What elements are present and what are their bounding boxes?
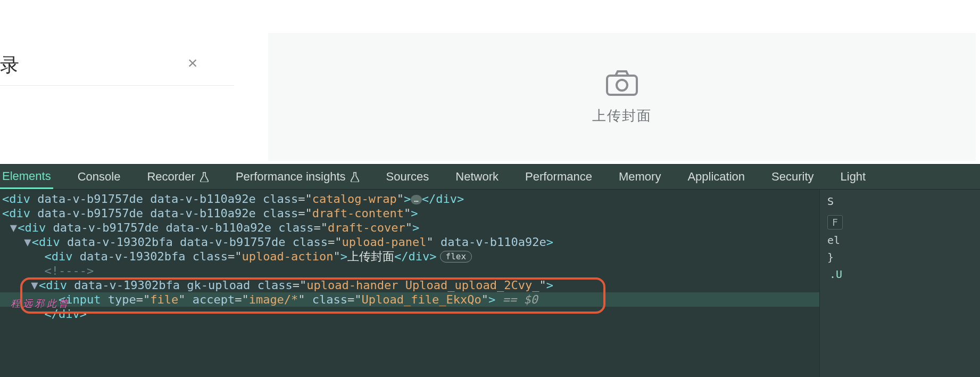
styles-sidebar[interactable]: S F el } .U xyxy=(819,190,980,377)
upload-cover-panel[interactable]: 上传封面 xyxy=(268,33,976,161)
divider xyxy=(0,85,234,86)
dom-line[interactable]: ▼<div data-v-19302bfa gk-upload class="u… xyxy=(0,278,819,292)
dom-line[interactable]: <div data-v-b91757de data-v-b110a92e cla… xyxy=(0,206,819,220)
dom-line[interactable]: ▼<div data-v-19302bfa data-v-b91757de cl… xyxy=(0,235,819,249)
dom-line-selected[interactable]: <input type="file" accept="image/*" clas… xyxy=(0,292,819,307)
modal-fragment: 录 × xyxy=(0,0,234,85)
dom-line[interactable]: <div data-v-b91757de data-v-b110a92e cla… xyxy=(0,192,819,206)
svg-point-1 xyxy=(617,80,627,91)
tab-application[interactable]: Application xyxy=(685,165,747,189)
upload-cover-label: 上传封面 xyxy=(592,106,652,125)
dom-line[interactable]: <div data-v-19302bfa class="upload-actio… xyxy=(0,249,819,264)
tab-performance[interactable]: Performance xyxy=(523,165,594,189)
tab-elements[interactable]: Elements xyxy=(0,165,53,189)
dom-line[interactable]: ▼<div data-v-b91757de data-v-b110a92e cl… xyxy=(0,220,819,235)
modal-title: 录 xyxy=(0,52,19,78)
tab-lighthouse[interactable]: Light xyxy=(838,165,868,189)
disclosure-triangle-icon[interactable]: ▼ xyxy=(9,220,18,235)
page-content: 录 × 上传封面 xyxy=(0,0,980,164)
camera-icon xyxy=(604,69,640,97)
ellipsis-badge[interactable]: … xyxy=(411,195,421,204)
brace: } xyxy=(827,251,834,264)
dom-line[interactable]: </div> xyxy=(0,307,819,321)
tab-recorder-label: Recorder xyxy=(147,170,195,184)
tab-memory[interactable]: Memory xyxy=(617,165,663,189)
styles-tab[interactable]: S xyxy=(827,195,834,208)
close-icon[interactable]: × xyxy=(185,55,200,70)
devtools-tabbar: Elements Console Recorder Performance in… xyxy=(0,164,980,190)
flask-icon xyxy=(200,171,209,182)
disclosure-triangle-icon[interactable]: ▼ xyxy=(23,235,32,249)
devtools-panel: Elements Console Recorder Performance in… xyxy=(0,164,980,377)
disclosure-triangle-icon[interactable]: ▼ xyxy=(30,278,39,292)
tab-perf-insights-label: Performance insights xyxy=(236,170,346,184)
tab-performance-insights[interactable]: Performance insights xyxy=(234,165,362,189)
tab-network[interactable]: Network xyxy=(453,165,501,189)
tab-sources[interactable]: Sources xyxy=(384,165,431,189)
flask-icon xyxy=(350,171,360,182)
element-style-label: el xyxy=(827,234,840,247)
selector-text: .U xyxy=(827,268,842,281)
styles-filter[interactable]: F xyxy=(827,215,843,230)
tab-security[interactable]: Security xyxy=(769,165,816,189)
dom-line[interactable]: <!----> xyxy=(0,264,819,278)
tab-recorder[interactable]: Recorder xyxy=(145,165,211,189)
elements-tree[interactable]: <div data-v-b91757de data-v-b110a92e cla… xyxy=(0,190,819,377)
tab-console[interactable]: Console xyxy=(76,165,123,189)
svg-rect-0 xyxy=(607,76,637,95)
flex-badge[interactable]: flex xyxy=(440,251,472,263)
